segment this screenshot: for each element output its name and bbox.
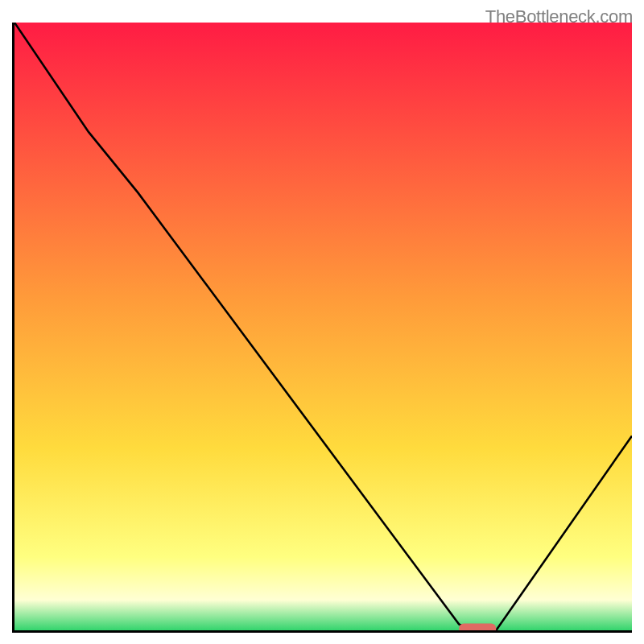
- gradient-bg: [14, 23, 632, 630]
- optimal-marker: [459, 624, 496, 631]
- watermark-text: TheBottleneck.com: [485, 6, 633, 27]
- bottleneck-chart: [14, 23, 632, 630]
